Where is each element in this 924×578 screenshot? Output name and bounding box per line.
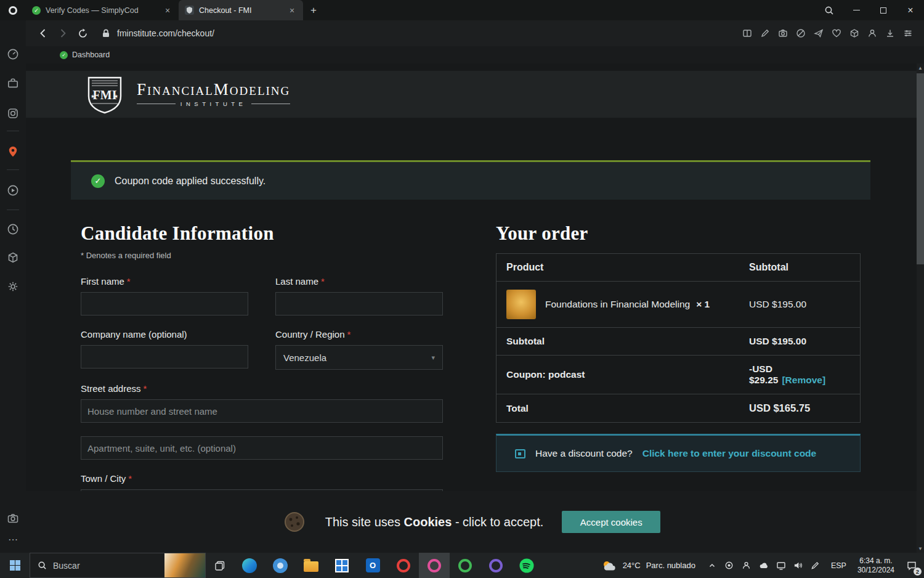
split-screen-icon[interactable] [738,24,756,43]
snapshot-camera-icon[interactable] [0,508,26,529]
subtotal-column-header: Subtotal [739,254,860,281]
svg-text:★: ★ [114,94,118,99]
bookmark-dashboard[interactable]: Dashboard [72,51,110,59]
edit-pencil-icon[interactable] [756,24,774,43]
settings-gear-icon[interactable] [0,276,26,297]
new-tab-button[interactable]: + [303,0,324,20]
sidebar-setup-dots-icon[interactable]: ⋯ [0,529,26,550]
taskbar-clock[interactable]: 6:34 a. m. 30/12/2024 [853,553,899,578]
history-icon[interactable] [0,219,26,240]
edge-icon[interactable] [234,553,265,578]
tray-display-icon[interactable] [776,560,787,571]
url-text[interactable]: fminstitute.com/checkout/ [117,28,214,38]
product-image [506,290,536,319]
player-icon[interactable] [0,180,26,201]
opera-pink-profile-icon[interactable] [419,553,450,578]
tab-close-icon[interactable]: × [163,6,172,15]
weather-widget[interactable]: 24°C Parc. nublado [594,553,703,578]
weather-condition: Parc. nublado [646,561,695,570]
first-name-input[interactable] [81,292,248,315]
country-select[interactable]: Venezuela ▾ [275,345,443,370]
search-icon [38,561,47,570]
required-asterisk: * [347,329,351,340]
discount-code-box: Have a discount code? Click here to ente… [496,434,861,472]
workspaces-briefcase-icon[interactable] [0,73,26,94]
aria-ai-icon[interactable] [0,141,26,162]
enter-discount-code-link[interactable]: Click here to enter your discount code [642,448,817,459]
forward-button[interactable] [53,23,73,43]
brand-subtitle: INSTITUTE [180,100,247,107]
outlook-icon[interactable]: O [357,553,388,578]
windows-taskbar: Buscar O 24°C Parc. nublado ESP 6:34 a. … [0,553,924,578]
maximize-button[interactable] [870,0,897,20]
search-tabs-icon[interactable] [816,0,843,20]
favorites-heart-icon[interactable] [827,24,845,43]
company-name-input[interactable] [81,345,248,368]
opera-green-profile-icon[interactable] [450,553,480,578]
spotify-icon[interactable] [511,553,542,578]
street-address-2-input[interactable] [81,436,443,460]
easy-setup-sliders-icon[interactable] [899,24,917,43]
tab-checkout-fmi[interactable]: Checkout - FMI × [179,0,303,20]
windows-logo-icon [10,560,20,571]
my-flow-send-icon[interactable] [809,24,827,43]
accept-cookies-button[interactable]: Accept cookies [562,511,660,533]
tab-close-icon[interactable]: × [287,6,297,15]
sidebar-divider [7,131,19,131]
instagram-icon[interactable] [0,103,26,124]
back-button[interactable] [33,23,53,43]
navbar-right-icons [738,24,917,43]
page-scrollbar[interactable]: ▲ ▼ [917,63,924,553]
tray-onedrive-cloud-icon[interactable] [758,560,769,571]
required-asterisk: * [128,473,132,484]
scroll-up-arrow[interactable]: ▲ [917,63,924,72]
last-name-input[interactable] [275,292,443,315]
country-label: Country / Region* [275,329,443,340]
task-view-button[interactable] [206,553,234,578]
first-name-label: First name* [81,276,248,287]
discount-code-icon [515,449,525,458]
opera-red-profile-icon[interactable] [388,553,419,578]
tray-volume-icon[interactable] [793,560,804,571]
file-explorer-icon[interactable] [296,553,326,578]
adblocker-icon[interactable] [792,24,809,43]
required-asterisk: * [321,276,325,287]
brand-rule [137,104,176,104]
camera-snapshot-icon[interactable] [774,24,792,43]
tab-verify-codes[interactable]: ✓ Verify Codes — SimplyCod × [26,0,179,20]
lock-icon [101,28,111,38]
search-highlight-image[interactable] [164,553,205,577]
tray-pen-icon[interactable] [810,560,821,571]
opera-menu-button[interactable] [0,0,26,20]
reload-button[interactable] [73,23,92,43]
language-indicator[interactable]: ESP [825,553,853,578]
address-bar[interactable]: fminstitute.com/checkout/ [101,28,738,38]
tray-record-icon[interactable] [724,560,735,571]
bookmarks-bar: ✓ Dashboard [26,46,924,63]
office-app-icon[interactable] [326,553,357,578]
street-address-input[interactable] [81,399,443,423]
coupon-label: Coupon: podcast [496,361,739,388]
product-column-header: Product [496,254,739,281]
scroll-down-arrow[interactable]: ▼ [917,544,924,553]
brand-block: FinancialModeling INSTITUTE [137,81,290,107]
label-text: First name [81,276,124,287]
downloads-icon[interactable] [881,24,899,43]
tray-person-icon[interactable] [741,560,752,571]
remove-coupon-link[interactable]: [Remove] [782,375,825,385]
label-text: Last name [275,276,318,287]
close-window-button[interactable]: × [897,0,924,20]
success-check-icon: ✓ [91,174,105,188]
scrollbar-thumb[interactable] [917,73,924,264]
extensions-box-icon[interactable] [845,24,863,43]
taskbar-search-box[interactable]: Buscar [30,553,206,578]
opera-purple-profile-icon[interactable] [480,553,511,578]
profile-person-icon[interactable] [863,24,881,43]
start-page-icon[interactable] [0,44,26,65]
start-button[interactable] [0,553,30,578]
tray-expand-chevron-icon[interactable] [707,560,718,571]
chrome-icon[interactable] [265,553,296,578]
extensions-cube-icon[interactable] [0,247,26,268]
action-center-button[interactable]: 2 [899,553,924,578]
minimize-button[interactable] [843,0,870,20]
